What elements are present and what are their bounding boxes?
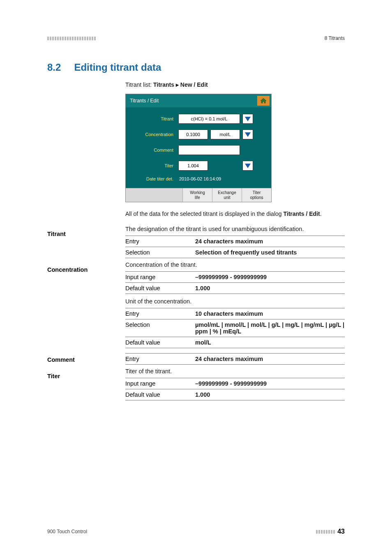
section-heading: 8.2 Editing titrant data (47, 62, 345, 73)
header-ticks (47, 37, 96, 40)
field-concentration-unit[interactable]: mol/L (210, 130, 240, 139)
footer-product: 900 Touch Control (47, 529, 87, 534)
dropdown-titrant[interactable] (242, 114, 253, 124)
dropdown-titer[interactable] (242, 161, 253, 171)
spec-table-concentration-1: Input range–999999999 - 9999999999 Defau… (125, 271, 345, 294)
header-chapter: 8 Titrants (325, 35, 345, 41)
table-row: Selectionµmol/mL | mmol/L | mol/L | g/L … (125, 319, 345, 337)
table-row: Entry24 characters maximum (125, 236, 345, 247)
value-date: 2010-06-02 16:14:09 (178, 176, 221, 181)
titer-options-button[interactable]: Titer options (242, 188, 271, 202)
table-row: Input range–999999999 - 9999999999 (125, 272, 345, 283)
breadcrumb-path: Titrants ▸ New / Edit (153, 81, 208, 88)
field-head-comment: Comment (47, 356, 125, 363)
table-row: Default value1.000 (125, 283, 345, 294)
dialog-body: Titrant c(HCl) = 0.1 mol/L Concentration… (126, 107, 271, 188)
titrant-edit-dialog: Titrants / Edit Titrant c(HCl) = 0.1 mol… (125, 94, 272, 202)
table-row: Entry10 characters maximum (125, 308, 345, 319)
dialog-title: Titrants / Edit (130, 98, 159, 104)
chevron-down-icon (245, 117, 251, 121)
label-date: Date titer det. (130, 176, 176, 181)
chevron-down-icon (245, 132, 251, 137)
exchange-unit-button[interactable]: Exchange unit (212, 188, 242, 202)
breadcrumb-prefix: Titrant list: (125, 81, 153, 88)
field-titrant[interactable]: c(HCl) = 0.1 mol/L (178, 114, 240, 124)
breadcrumb: Titrant list: Titrants ▸ New / Edit (125, 81, 339, 88)
field-concentration-value[interactable]: 0.1000 (178, 130, 208, 139)
chevron-down-icon (245, 164, 251, 168)
dialog-toolbar: Working life Exchange unit Titer options (126, 188, 271, 202)
intro-text-c: . (320, 210, 322, 217)
home-button[interactable] (257, 96, 270, 106)
spec-table-titer: Input range–999999999 - 9999999999 Defau… (125, 378, 345, 400)
field-desc-titrant: The designation of the titrant is used f… (125, 226, 345, 232)
footer-ticks (316, 530, 335, 534)
dropdown-concentration-unit[interactable] (242, 130, 253, 139)
table-row: Input range–999999999 - 9999999999 (125, 378, 345, 389)
page-number: 43 (337, 528, 345, 535)
table-row: Default valuemol/L (125, 337, 345, 348)
label-titrant: Titrant (130, 116, 176, 121)
dialog-titlebar: Titrants / Edit (126, 94, 271, 107)
spec-table-concentration-2: Entry10 characters maximum Selectionµmol… (125, 308, 345, 348)
section-number: 8.2 (47, 62, 61, 73)
field-desc-concentration-1: Concentration of the titrant. (125, 261, 345, 268)
field-comment[interactable] (178, 145, 240, 155)
spec-table-comment: Entry24 characters maximum (125, 353, 345, 365)
table-row: SelectionSelection of frequently used ti… (125, 247, 345, 258)
field-head-titrant: Titrant (47, 231, 125, 237)
section-title: Editing titrant data (74, 62, 161, 73)
page-header: 8 Titrants (47, 35, 345, 41)
page-footer: 900 Touch Control 43 (47, 528, 345, 535)
intro-text-dialog: Titrants / Edit (283, 210, 320, 217)
field-head-titer: Titer (47, 373, 125, 379)
label-titer: Titer (130, 163, 176, 168)
field-desc-concentration-2: Unit of the concentration. (125, 298, 345, 305)
spec-table-titrant: Entry24 characters maximum SelectionSele… (125, 236, 345, 258)
table-row: Default value1.000 (125, 389, 345, 400)
intro-paragraph: All of the data for the selected titrant… (125, 210, 339, 218)
label-concentration: Concentration (130, 132, 176, 137)
table-row: Entry24 characters maximum (125, 354, 345, 365)
working-life-button[interactable]: Working life (182, 188, 212, 202)
field-titer-spacer (210, 161, 240, 171)
field-titer-value[interactable]: 1.004 (178, 161, 208, 171)
intro-text-a: All of the data for the selected titrant… (125, 210, 283, 217)
label-comment: Comment (130, 148, 176, 153)
field-head-concentration: Concentration (47, 266, 125, 273)
field-desc-titer: Titer of the titrant. (125, 368, 345, 375)
